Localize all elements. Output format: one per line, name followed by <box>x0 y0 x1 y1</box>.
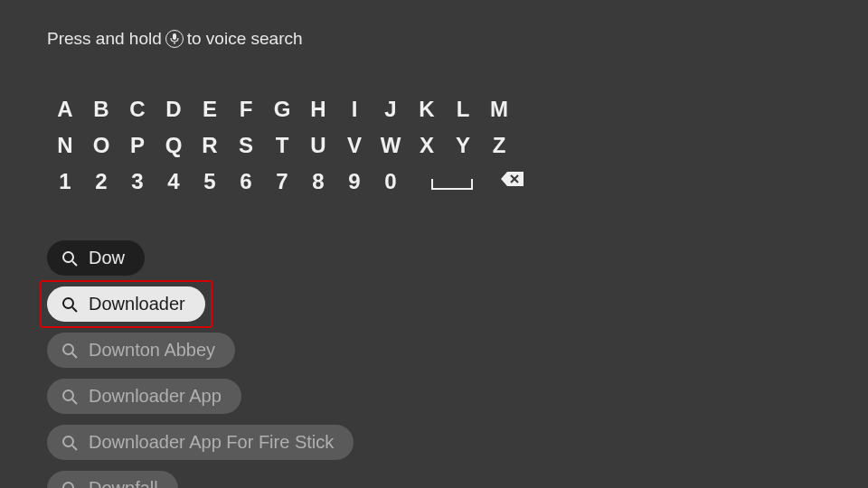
keyboard-row-3: 1234567890 <box>47 168 526 195</box>
key-d[interactable]: D <box>156 96 192 123</box>
key-9[interactable]: 9 <box>336 168 373 195</box>
svg-line-9 <box>72 353 77 358</box>
search-icon <box>61 389 78 405</box>
key-p[interactable]: P <box>119 132 156 159</box>
svg-line-5 <box>72 261 77 266</box>
key-2[interactable]: 2 <box>83 168 119 195</box>
key-i[interactable]: I <box>336 96 373 123</box>
voice-search-hint: Press and hold to voice search <box>47 29 303 49</box>
key-c[interactable]: C <box>119 96 156 123</box>
key-6[interactable]: 6 <box>228 168 264 195</box>
svg-rect-0 <box>173 33 176 40</box>
key-y[interactable]: Y <box>445 132 481 159</box>
key-e[interactable]: E <box>192 96 228 123</box>
svg-point-12 <box>63 436 73 446</box>
key-w[interactable]: W <box>373 132 409 159</box>
svg-line-7 <box>72 307 77 312</box>
key-1[interactable]: 1 <box>47 168 83 195</box>
suggestion-label: Downton Abbey <box>89 340 215 361</box>
suggestion-item[interactable]: Downloader App <box>47 379 241 414</box>
onscreen-keyboard: ABCDEFGHIJKLM NOPQRSTUVWXYZ 1234567890 <box>47 96 526 204</box>
key-8[interactable]: 8 <box>300 168 336 195</box>
key-0[interactable]: 0 <box>373 168 409 195</box>
suggestion-item[interactable]: Downloader <box>47 286 205 322</box>
space-icon <box>431 179 473 190</box>
search-icon <box>61 435 78 451</box>
svg-point-14 <box>63 483 73 489</box>
suggestion-item[interactable]: Downton Abbey <box>47 333 235 368</box>
key-v[interactable]: V <box>336 132 373 159</box>
key-n[interactable]: N <box>47 132 83 159</box>
keyboard-row-1: ABCDEFGHIJKLM <box>47 96 526 123</box>
svg-line-11 <box>72 399 77 404</box>
key-t[interactable]: T <box>264 132 300 159</box>
key-j[interactable]: J <box>373 96 409 123</box>
keyboard-row-2: NOPQRSTUVWXYZ <box>47 132 526 159</box>
key-7[interactable]: 7 <box>264 168 300 195</box>
svg-line-13 <box>72 446 77 450</box>
key-z[interactable]: Z <box>481 132 517 159</box>
key-o[interactable]: O <box>83 132 119 159</box>
key-5[interactable]: 5 <box>192 168 228 195</box>
mic-icon <box>165 30 184 48</box>
suggestion-label: Downloader <box>89 294 185 314</box>
key-q[interactable]: Q <box>156 132 192 159</box>
suggestion-item[interactable]: Dow <box>47 240 145 276</box>
key-backspace[interactable] <box>499 168 526 190</box>
backspace-icon <box>500 170 525 188</box>
key-l[interactable]: L <box>445 96 481 123</box>
suggestion-label: Downfall <box>89 478 158 488</box>
search-icon <box>61 343 78 359</box>
svg-point-4 <box>63 252 73 262</box>
key-g[interactable]: G <box>264 96 300 123</box>
key-k[interactable]: K <box>409 96 445 123</box>
key-x[interactable]: X <box>409 132 445 159</box>
search-icon <box>61 481 78 489</box>
suggestion-label: Downloader App <box>89 386 222 407</box>
key-h[interactable]: H <box>300 96 336 123</box>
suggestion-label: Downloader App For Fire Stick <box>89 432 334 453</box>
key-m[interactable]: M <box>481 96 517 123</box>
key-f[interactable]: F <box>228 96 264 123</box>
suggestion-item[interactable]: Downfall <box>47 471 178 488</box>
search-icon <box>61 296 78 313</box>
key-b[interactable]: B <box>83 96 119 123</box>
suggestion-label: Dow <box>89 248 125 268</box>
key-3[interactable]: 3 <box>119 168 156 195</box>
svg-point-10 <box>63 390 73 400</box>
key-s[interactable]: S <box>228 132 264 159</box>
svg-point-6 <box>63 298 73 308</box>
suggestion-item[interactable]: Downloader App For Fire Stick <box>47 425 354 460</box>
key-r[interactable]: R <box>192 132 228 159</box>
key-a[interactable]: A <box>47 96 83 123</box>
key-space[interactable] <box>425 168 479 190</box>
search-icon <box>61 250 78 267</box>
svg-point-8 <box>63 344 73 354</box>
hint-suffix: to voice search <box>187 29 303 49</box>
key-u[interactable]: U <box>300 132 336 159</box>
hint-prefix: Press and hold <box>47 29 162 49</box>
search-suggestions: DowDownloaderDownton AbbeyDownloader App… <box>47 240 354 488</box>
key-4[interactable]: 4 <box>156 168 192 195</box>
